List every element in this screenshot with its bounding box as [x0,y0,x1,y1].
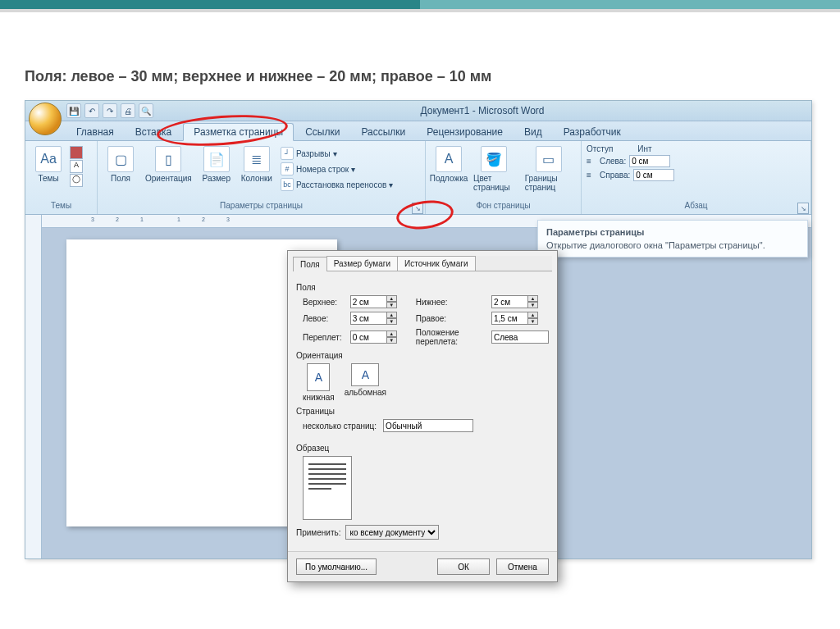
themes-button[interactable]: Aa Темы [30,144,66,185]
hyphenation-icon: bc [281,178,294,191]
tab-developer[interactable]: Разработчик [554,124,631,140]
multi-pages-select[interactable] [383,419,473,432]
quick-access-toolbar: 💾 ↶ ↷ 🖨 🔍 [66,103,153,118]
ribbon-tabs: Главная Вставка Разметка страницы Ссылки… [25,121,811,141]
dialog-tab-source[interactable]: Источник бумаги [397,256,476,271]
defaults-button[interactable]: По умолчанию... [296,558,377,575]
theme-fonts-icon[interactable]: A [70,160,83,173]
themes-label: Темы [38,174,58,183]
qat-undo-icon[interactable]: ↶ [84,103,99,118]
right-margin-label: Правое: [416,314,483,323]
portrait-icon: A [307,363,330,391]
preview-box [303,456,352,520]
preview-section-label: Образец [296,444,549,453]
indent-right-input[interactable] [633,169,674,181]
ribbon: Aa Темы A ◯ Темы ▢ Поля [25,141,811,215]
size-button[interactable]: 📄 Размер [199,144,235,185]
breaks-icon: ┘ [281,147,294,160]
qat-print-icon[interactable]: 🖨 [121,103,135,118]
office-button[interactable] [29,103,62,135]
page-setup-group-label: Параметры страницы [103,201,420,212]
gutter-input[interactable] [350,330,387,344]
margins-icon: ▢ [107,146,134,172]
page-color-icon: 🪣 [481,146,507,172]
indent-left-input[interactable] [629,155,670,167]
columns-button[interactable]: ≣ Колонки [238,144,276,185]
bottom-margin-label: Нижнее: [416,298,483,307]
page-borders-label: Границы страниц [525,174,573,192]
paragraph-dialog-launcher[interactable]: ↘ [797,203,809,214]
themes-group-label: Темы [30,201,92,212]
orientation-section-label: Ориентация [296,351,549,360]
bottom-margin-input[interactable] [491,295,528,308]
titlebar: 💾 ↶ ↷ 🖨 🔍 Документ1 - Microsoft Word [25,101,811,121]
indent-right-label: Справа: [600,171,630,180]
qat-redo-icon[interactable]: ↷ [103,103,117,118]
qat-preview-icon[interactable]: 🔍 [139,103,153,118]
top-margin-label: Верхнее: [303,298,342,307]
page-color-label: Цвет страницы [473,174,515,192]
page-borders-icon: ▭ [536,146,562,172]
breaks-button[interactable]: ┘Разрывы ▾ [279,146,395,161]
gutter-pos-select[interactable] [491,330,549,344]
slide-top-rule [0,0,840,12]
top-margin-input[interactable] [350,295,387,308]
themes-icon: Aa [35,146,62,172]
cancel-button[interactable]: Отмена [496,558,549,575]
margins-button[interactable]: ▢ Поля [103,144,139,185]
apply-to-select[interactable]: ко всему документу [345,525,439,540]
orientation-portrait[interactable]: A книжная [303,363,335,402]
hyphenation-button[interactable]: bcРасстановка переносов ▾ [279,177,395,192]
watermark-icon: A [436,146,462,172]
orientation-button[interactable]: ▯ Ориентация [142,144,195,185]
apply-to-label: Применить: [296,528,340,537]
tooltip-title: Параметры страницы [546,227,799,237]
tab-home[interactable]: Главная [66,124,124,140]
tab-mailings[interactable]: Рассылки [351,124,415,140]
columns-label: Колонки [241,174,272,183]
theme-colors-icon[interactable] [70,146,83,159]
fields-section-label: Поля [296,283,549,292]
dialog-tabs: Поля Размер бумаги Источник бумаги [293,256,552,271]
paragraph-group-label: Абзац [587,201,806,212]
spin-up[interactable]: ▲ [387,295,397,302]
page-borders-button[interactable]: ▭ Границы страниц [522,144,576,194]
theme-effects-icon[interactable]: ◯ [70,174,83,187]
tooltip-text: Открытие диалогового окна "Параметры стр… [546,240,799,250]
orientation-icon: ▯ [155,146,181,172]
page-setup-tooltip: Параметры страницы Открытие диалогового … [537,220,808,258]
page-setup-dialog-launcher[interactable]: ↘ [412,203,423,214]
landscape-icon: A [351,363,379,386]
tab-review[interactable]: Рецензирование [417,124,513,140]
line-numbers-button[interactable]: #Номера строк ▾ [279,162,395,176]
tab-view[interactable]: Вид [514,124,552,140]
right-margin-input[interactable] [491,312,528,325]
left-margin-input[interactable] [350,312,387,325]
watermark-button[interactable]: A Подложка [431,144,467,185]
qat-save-icon[interactable]: 💾 [66,103,81,118]
gutter-label: Переплет: [303,333,342,342]
orientation-landscape[interactable]: A альбомная [345,363,386,402]
vertical-ruler [25,215,42,558]
page-color-button[interactable]: 🪣 Цвет страницы [470,144,518,194]
gutter-pos-label: Положение переплета: [416,328,483,346]
line-numbers-icon: # [281,162,294,175]
tab-references[interactable]: Ссылки [295,124,349,140]
indent-left-label: Слева: [600,157,626,166]
spacing-heading: Инт [637,144,651,153]
indent-heading: Отступ [587,144,613,153]
page-setup-dialog: Поля Размер бумаги Источник бумаги Поля … [287,250,558,582]
left-margin-label: Левое: [303,314,342,323]
tab-page-layout[interactable]: Разметка страницы [183,123,294,141]
watermark-label: Подложка [430,174,468,183]
slide-heading: Поля: левое – 30 мм; верхнее и нижнее – … [25,68,815,85]
dialog-tab-fields[interactable]: Поля [293,257,327,271]
dialog-tab-paper[interactable]: Размер бумаги [326,256,398,271]
window-title: Документ1 - Microsoft Word [153,105,811,116]
multi-pages-label: несколько страниц: [303,422,377,431]
tab-insert[interactable]: Вставка [126,124,182,140]
ok-button[interactable]: ОК [437,558,490,575]
size-label: Размер [203,174,231,183]
size-icon: 📄 [203,146,230,172]
spin-down[interactable]: ▼ [387,302,397,308]
